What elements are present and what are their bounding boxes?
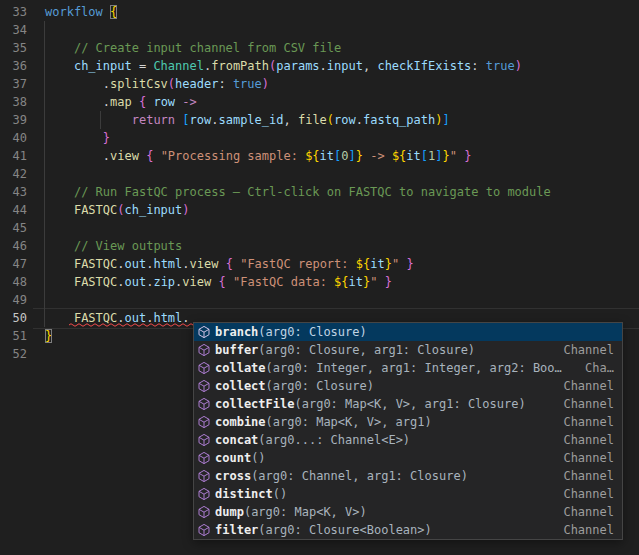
suggestion-item-collect[interactable]: collect(arg0: Closure)Channel	[194, 377, 622, 395]
suggestion-item-count[interactable]: count()Channel	[194, 449, 622, 467]
symbol-method-icon	[197, 487, 215, 502]
code-line-49[interactable]	[0, 291, 639, 309]
symbol-method-icon	[197, 505, 215, 520]
suggestion-label: dump(arg0: Map<K, V>)	[215, 503, 551, 521]
editor-code-area[interactable]: workflow { // Create input channel from …	[0, 3, 639, 363]
suggestion-item-branch[interactable]: branch(arg0: Closure)	[194, 323, 622, 341]
suggestion-item-dump[interactable]: dump(arg0: Map<K, V>)Channel	[194, 503, 622, 521]
suggestion-detail: Cha…	[585, 359, 614, 377]
suggestion-label: collectFile(arg0: Map<K, V>, arg1: Closu…	[215, 395, 551, 413]
symbol-method-icon	[197, 523, 215, 538]
code-editor: 3334353637383940414243444546474849505152…	[0, 0, 639, 555]
suggestion-item-collectFile[interactable]: collectFile(arg0: Map<K, V>, arg1: Closu…	[194, 395, 622, 413]
suggestion-label: concat(arg0...: Channel<E>)	[215, 431, 551, 449]
symbol-method-icon	[197, 451, 215, 466]
suggestion-label: combine(arg0: Map<K, V>, arg1)	[215, 413, 551, 431]
suggest-widget: branch(arg0: Closure)buffer(arg0: Closur…	[193, 322, 623, 540]
code-line-34[interactable]	[0, 21, 639, 39]
code-line-40[interactable]: }	[0, 129, 639, 147]
suggestion-detail: Channel	[563, 521, 614, 539]
code-line-36[interactable]: ch_input = Channel.fromPath(params.input…	[0, 57, 639, 75]
suggestion-item-collate[interactable]: collate(arg0: Integer, arg1: Integer, ar…	[194, 359, 622, 377]
suggestion-label: buffer(arg0: Closure, arg1: Closure)	[215, 341, 551, 359]
suggestion-detail: Channel	[563, 413, 614, 431]
code-line-42[interactable]	[0, 165, 639, 183]
suggestion-detail: Channel	[563, 395, 614, 413]
code-line-47[interactable]: FASTQC.out.html.view { "FastQC report: $…	[0, 255, 639, 273]
suggestion-label: collect(arg0: Closure)	[215, 377, 551, 395]
suggestion-item-cross[interactable]: cross(arg0: Channel, arg1: Closure)Chann…	[194, 467, 622, 485]
suggestion-item-concat[interactable]: concat(arg0...: Channel<E>)Channel	[194, 431, 622, 449]
suggestion-label: filter(arg0: Closure<Boolean>)	[215, 521, 551, 539]
suggestion-label: count()	[215, 449, 551, 467]
code-line-43[interactable]: // Run FastQC process – Ctrl-click on FA…	[0, 183, 639, 201]
suggestion-detail: Channel	[563, 341, 614, 359]
symbol-method-icon	[197, 361, 215, 376]
symbol-method-icon	[197, 379, 215, 394]
code-line-46[interactable]: // View outputs	[0, 237, 639, 255]
code-line-33[interactable]: workflow {	[0, 3, 639, 21]
code-line-39[interactable]: return [row.sample_id, file(row.fastq_pa…	[0, 111, 639, 129]
symbol-method-icon	[197, 397, 215, 412]
code-line-44[interactable]: FASTQC(ch_input)	[0, 201, 639, 219]
suggestion-item-combine[interactable]: combine(arg0: Map<K, V>, arg1)Channel	[194, 413, 622, 431]
suggestion-item-buffer[interactable]: buffer(arg0: Closure, arg1: Closure)Chan…	[194, 341, 622, 359]
symbol-method-icon	[197, 343, 215, 358]
code-line-38[interactable]: .map { row ->	[0, 93, 639, 111]
suggestion-detail: Channel	[563, 485, 614, 503]
suggestion-label: collate(arg0: Integer, arg1: Integer, ar…	[215, 359, 573, 377]
code-line-37[interactable]: .splitCsv(header: true)	[0, 75, 639, 93]
suggestion-item-filter[interactable]: filter(arg0: Closure<Boolean>)Channel	[194, 521, 622, 539]
suggestion-detail: Channel	[563, 377, 614, 395]
suggestion-label: cross(arg0: Channel, arg1: Closure)	[215, 467, 551, 485]
symbol-method-icon	[197, 325, 215, 340]
suggestion-label: branch(arg0: Closure)	[215, 323, 614, 341]
symbol-method-icon	[197, 469, 215, 484]
suggestion-detail: Channel	[563, 449, 614, 467]
code-line-41[interactable]: .view { "Processing sample: ${it[0]} -> …	[0, 147, 639, 165]
suggestion-detail: Channel	[563, 431, 614, 449]
symbol-method-icon	[197, 433, 215, 448]
suggestion-label: distinct()	[215, 485, 551, 503]
suggestion-item-distinct[interactable]: distinct()Channel	[194, 485, 622, 503]
symbol-method-icon	[197, 415, 215, 430]
code-line-45[interactable]	[0, 219, 639, 237]
suggestion-detail: Channel	[563, 467, 614, 485]
code-line-35[interactable]: // Create input channel from CSV file	[0, 39, 639, 57]
suggestion-detail: Channel	[563, 503, 614, 521]
code-line-48[interactable]: FASTQC.out.zip.view { "FastQC data: ${it…	[0, 273, 639, 291]
